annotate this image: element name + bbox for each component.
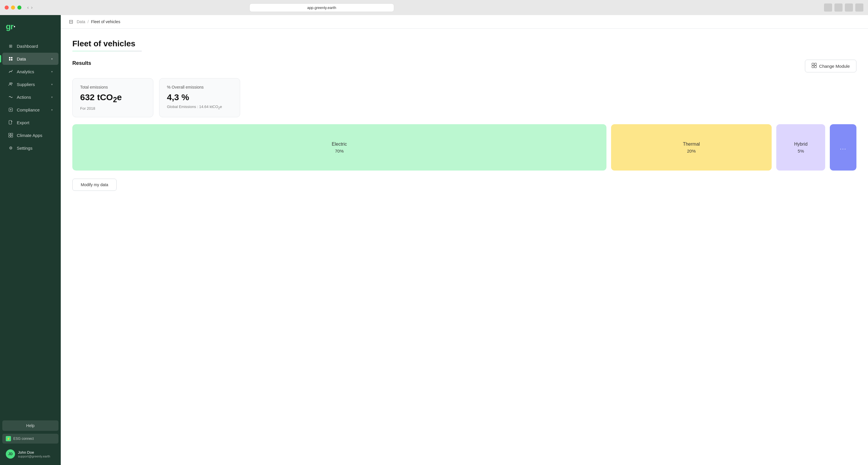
nav-arrows: ‹ › bbox=[27, 5, 33, 10]
metrics-row: Total emissions 632 tCO2e For 2018 % Ove… bbox=[72, 78, 857, 117]
sidebar: gr· ⊞ Dashboard Data ▾ Analytics bbox=[0, 15, 61, 465]
hybrid-label: Hybrid bbox=[794, 142, 808, 147]
export-icon bbox=[8, 120, 13, 125]
sidebar-item-analytics[interactable]: Analytics ▾ bbox=[2, 65, 58, 78]
svg-rect-12 bbox=[9, 136, 10, 137]
thermal-label: Thermal bbox=[683, 142, 700, 147]
user-email: support@greenly.earth bbox=[18, 455, 50, 458]
thermal-percent: 20% bbox=[687, 148, 695, 153]
sidebar-label-actions: Actions bbox=[17, 95, 31, 99]
sidebar-nav: ⊞ Dashboard Data ▾ Analytics ▾ bbox=[0, 37, 61, 417]
sidebar-item-data[interactable]: Data ▾ bbox=[2, 53, 58, 65]
maximize-button[interactable] bbox=[18, 5, 22, 9]
chevron-down-icon: ▾ bbox=[51, 108, 53, 112]
svg-rect-10 bbox=[9, 133, 10, 135]
page-content: Fleet of vehicles Results Change Module … bbox=[61, 29, 868, 201]
total-emissions-label: Total emissions bbox=[80, 85, 146, 89]
sidebar-label-settings: Settings bbox=[17, 146, 32, 151]
more-icon: ... bbox=[840, 144, 846, 151]
svg-rect-15 bbox=[814, 63, 816, 65]
hybrid-percent: 5% bbox=[798, 148, 804, 153]
breadcrumb-root: Data bbox=[77, 20, 85, 24]
page-title: Fleet of vehicles bbox=[72, 39, 857, 48]
electric-card[interactable]: Electric 70% bbox=[72, 124, 607, 171]
svg-rect-3 bbox=[11, 59, 12, 60]
sidebar-label-climate-apps: Climate Apps bbox=[17, 133, 42, 138]
change-module-button[interactable]: Change Module bbox=[805, 60, 857, 72]
more-card[interactable]: ... bbox=[830, 124, 857, 171]
co2-sub: 2 bbox=[113, 95, 117, 104]
climate-apps-icon bbox=[8, 133, 13, 138]
toolbar-icon-2[interactable] bbox=[834, 3, 842, 11]
user-profile: JD John Doe support@greenly.earth bbox=[2, 446, 58, 462]
sidebar-item-export[interactable]: Export bbox=[2, 116, 58, 128]
sidebar-label-export: Export bbox=[17, 120, 29, 125]
main-content: ⊟ Data / Fleet of vehicles Fleet of vehi… bbox=[61, 15, 868, 465]
app-logo: gr· bbox=[0, 15, 61, 37]
sidebar-item-actions[interactable]: Actions ▾ bbox=[2, 91, 58, 103]
sidebar-label-data: Data bbox=[17, 56, 26, 61]
results-label: Results bbox=[72, 60, 91, 66]
forward-button[interactable]: › bbox=[31, 5, 32, 10]
overall-emissions-card: % Overall emissions 4,3 % Global Emissio… bbox=[159, 78, 240, 117]
breadcrumb-current: Fleet of vehicles bbox=[91, 20, 120, 24]
total-emissions-card: Total emissions 632 tCO2e For 2018 bbox=[72, 78, 153, 117]
sidebar-item-settings[interactable]: ⚙ Settings bbox=[2, 142, 58, 154]
sidebar-label-dashboard: Dashboard bbox=[17, 44, 38, 49]
sidebar-label-suppliers: Suppliers bbox=[17, 82, 35, 87]
overall-emissions-sub: Global Emissions : 14.64 ktCO2e bbox=[167, 105, 232, 110]
results-header: Results Change Module bbox=[72, 60, 857, 72]
avatar: JD bbox=[6, 449, 15, 459]
svg-rect-17 bbox=[814, 66, 816, 68]
svg-rect-11 bbox=[11, 133, 13, 135]
overall-emissions-value: 4,3 % bbox=[167, 92, 232, 102]
overall-emissions-label: % Overall emissions bbox=[167, 85, 232, 89]
thermal-card[interactable]: Thermal 20% bbox=[611, 124, 772, 171]
url-bar[interactable]: app.greenly.earth bbox=[249, 3, 394, 12]
vehicle-cards: Electric 70% Thermal 20% Hybrid 5% ... bbox=[72, 124, 857, 171]
sidebar-item-dashboard[interactable]: ⊞ Dashboard bbox=[2, 40, 58, 52]
hybrid-card[interactable]: Hybrid 5% bbox=[776, 124, 825, 171]
modify-data-button[interactable]: Modify my data bbox=[72, 179, 117, 191]
help-button[interactable]: Help bbox=[2, 420, 58, 431]
back-button[interactable]: ‹ bbox=[27, 5, 29, 10]
esg-icon: ⚡ bbox=[6, 436, 11, 441]
page-divider bbox=[72, 51, 142, 52]
dashboard-icon: ⊞ bbox=[8, 43, 13, 49]
settings-icon: ⚙ bbox=[8, 145, 13, 151]
data-icon bbox=[8, 56, 13, 61]
sidebar-item-suppliers[interactable]: Suppliers ▾ bbox=[2, 78, 58, 90]
electric-label: Electric bbox=[332, 142, 347, 147]
toolbar-icon-3[interactable] bbox=[845, 3, 853, 11]
toolbar-icon-4[interactable] bbox=[855, 3, 863, 11]
sidebar-label-compliance: Compliance bbox=[17, 108, 40, 112]
esg-connect-label: ESG connect bbox=[13, 437, 34, 441]
module-icon bbox=[812, 63, 817, 69]
toolbar-icon-1[interactable] bbox=[824, 3, 832, 11]
topbar: ⊟ Data / Fleet of vehicles bbox=[61, 15, 868, 29]
total-emissions-period: For 2018 bbox=[80, 106, 146, 111]
change-module-label: Change Module bbox=[819, 64, 850, 69]
compliance-icon bbox=[8, 107, 13, 112]
chevron-down-icon: ▾ bbox=[51, 57, 53, 60]
user-name: John Doe bbox=[18, 450, 50, 455]
co2-sub2: 2 bbox=[218, 106, 220, 110]
svg-point-4 bbox=[9, 83, 11, 84]
close-button[interactable] bbox=[5, 5, 9, 9]
breadcrumb: Data / Fleet of vehicles bbox=[77, 20, 120, 24]
sidebar-toggle-button[interactable]: ⊟ bbox=[69, 19, 73, 25]
electric-percent: 70% bbox=[335, 148, 344, 153]
breadcrumb-separator: / bbox=[88, 20, 89, 24]
app: gr· ⊞ Dashboard Data ▾ Analytics bbox=[0, 15, 868, 465]
svg-point-5 bbox=[11, 83, 12, 84]
sidebar-item-compliance[interactable]: Compliance ▾ bbox=[2, 104, 58, 116]
minimize-button[interactable] bbox=[11, 5, 15, 9]
svg-rect-14 bbox=[812, 63, 814, 65]
sidebar-bottom: Help ⚡ ESG connect JD John Doe support@g… bbox=[0, 417, 61, 465]
svg-rect-9 bbox=[9, 120, 11, 124]
sidebar-item-climate-apps[interactable]: Climate Apps bbox=[2, 129, 58, 141]
chevron-down-icon: ▾ bbox=[51, 70, 53, 73]
user-info: John Doe support@greenly.earth bbox=[18, 450, 50, 458]
traffic-lights bbox=[5, 5, 22, 9]
svg-rect-2 bbox=[9, 59, 10, 60]
